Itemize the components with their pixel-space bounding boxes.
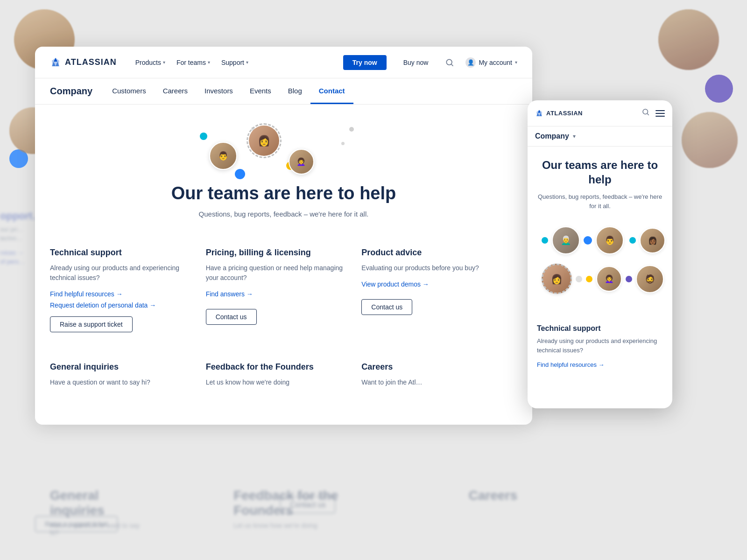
hero-avatar-3: 👩‍🦱 <box>289 149 314 175</box>
mobile-hamburger-icon[interactable] <box>655 110 665 117</box>
mobile-find-helpful-resources-link[interactable]: Find helpful resources → <box>537 361 605 368</box>
bg-circle-purple <box>705 75 733 103</box>
search-icon[interactable] <box>445 58 454 67</box>
mobile-dot-teal-2 <box>629 237 636 244</box>
bg-feedback-desc: Let us know how we're doing <box>233 522 375 529</box>
mobile-company-chevron-icon: ▾ <box>573 133 576 140</box>
for-teams-chevron-icon: ▾ <box>208 60 210 65</box>
find-answers-link[interactable]: Find answers → <box>206 290 347 298</box>
dot-teal <box>200 133 207 140</box>
mobile-avatar-6: 🧔 <box>636 265 664 293</box>
hero-section: 👩 👨 👩‍🦱 Our teams are here to help Quest… <box>35 105 532 233</box>
mobile-dot-yellow <box>586 276 592 282</box>
mobile-dot-blue <box>584 236 592 245</box>
find-helpful-resources-link[interactable]: Find helpful resources → <box>50 290 191 298</box>
subnav-careers[interactable]: Careers <box>155 78 196 104</box>
subnav-investors[interactable]: Investors <box>196 78 241 104</box>
bg-avatar-top-right <box>658 9 719 70</box>
atlassian-logo-icon <box>50 57 61 68</box>
feedback-founders-title: Feedback for the Founders <box>206 362 347 372</box>
navbar: ATLASSIAN Products ▾ For teams ▾ Support… <box>35 47 532 78</box>
bg-support-ticket-btn: Raise a support ticket <box>35 516 118 532</box>
view-product-demos-link[interactable]: View product demos → <box>361 280 506 288</box>
svg-point-0 <box>447 59 452 65</box>
pricing-billing-title: Pricing, billing & licensing <box>206 248 347 258</box>
subnav-contact[interactable]: Contact <box>310 78 353 104</box>
mobile-logo-text: ATLASSIAN <box>546 110 583 117</box>
careers-desc: Want to join the Atl… <box>361 378 506 387</box>
mobile-avatar-1: 👨‍🦳 <box>552 226 580 254</box>
mobile-avatar-5: 👩‍🦱 <box>596 266 622 292</box>
mobile-technical-support-desc: Already using our products and experienc… <box>537 336 663 355</box>
logo-area[interactable]: ATLASSIAN <box>50 57 117 68</box>
mobile-avatar-4: 👩 <box>542 264 572 294</box>
bg-avatar-bottom-right <box>682 112 738 168</box>
pricing-billing-desc: Have a pricing question or need help man… <box>206 263 347 283</box>
mobile-sub-nav: Company ▾ <box>528 126 672 147</box>
nav-for-teams[interactable]: For teams ▾ <box>176 57 210 68</box>
mobile-dot-purple <box>626 276 632 282</box>
try-now-button[interactable]: Try now <box>343 55 387 70</box>
bg-general-title: General inquiries <box>50 488 140 518</box>
hero-avatar-1: 👩 <box>247 123 282 158</box>
my-account-menu[interactable]: 👤 My account ▾ <box>465 57 517 68</box>
careers-section: Careers Want to join the Atl… <box>361 362 517 410</box>
mobile-content: Our teams are here to help Questions, bu… <box>528 147 672 380</box>
pricing-contact-us-button[interactable]: Contact us <box>206 309 257 325</box>
bg-support-ticket: Raise a support ticket <box>35 516 118 532</box>
mobile-technical-support-title: Technical support <box>537 324 663 333</box>
subnav-customers[interactable]: Customers <box>104 78 155 104</box>
feedback-founders-desc: Let us know how we're doing <box>206 378 347 387</box>
mobile-avatars-area: 👨‍🦳 👨 👩🏾 👩 👩‍🦱 <box>537 222 663 315</box>
request-deletion-link[interactable]: Request deletion of personal data → <box>50 301 191 309</box>
dot-gray-2 <box>341 142 345 145</box>
product-contact-us-button[interactable]: Contact us <box>361 299 412 315</box>
pricing-billing-section: Pricing, billing & licensing Have a pric… <box>206 248 362 347</box>
product-advice-title: Product advice <box>361 248 506 258</box>
nav-products[interactable]: Products ▾ <box>135 57 165 68</box>
mobile-avatar-2: 👨 <box>596 226 624 254</box>
products-chevron-icon: ▾ <box>163 60 165 65</box>
general-inquiries-section: General inquiries Have a question or wan… <box>50 362 206 410</box>
support-chevron-icon: ▾ <box>246 60 248 65</box>
logo-text: ATLASSIAN <box>65 57 117 67</box>
account-avatar-icon: 👤 <box>465 57 476 68</box>
mobile-hero-title: Our teams are here to help <box>537 158 663 187</box>
technical-support-desc: Already using our products and experienc… <box>50 263 191 283</box>
company-label: Company <box>50 86 92 97</box>
mobile-search-icon[interactable] <box>641 108 650 119</box>
mobile-hero-subtitle: Questions, bug reports, feedback – we're… <box>537 192 663 210</box>
mobile-dot-teal <box>542 237 548 244</box>
raise-support-ticket-button[interactable]: Raise a support ticket <box>50 316 133 332</box>
sub-navigation: Company Customers Careers Investors Even… <box>35 78 532 105</box>
hero-avatar-2: 👨 <box>209 142 237 170</box>
general-inquiries-desc: Have a question or want to say hi? <box>50 378 191 387</box>
subnav-blog[interactable]: Blog <box>280 78 310 104</box>
dot-blue <box>235 169 245 179</box>
svg-point-1 <box>643 109 648 114</box>
product-advice-desc: Evaluating our products before you buy? <box>361 263 506 273</box>
product-advice-section: Product advice Evaluating our products b… <box>361 248 517 347</box>
bg-contact-us-btn: Contact us <box>280 497 335 513</box>
careers-title: Careers <box>361 362 506 372</box>
mobile-avatar-3: 👩🏾 <box>640 228 665 253</box>
subnav-events[interactable]: Events <box>241 78 280 104</box>
technical-support-section: Technical support Already using our prod… <box>50 248 206 347</box>
hero-subtitle: Questions, bug reports, feedback – we're… <box>199 210 369 218</box>
buy-now-button[interactable]: Buy now <box>398 55 434 70</box>
mobile-dot-gray <box>576 276 582 282</box>
inquiry-sections-grid: General inquiries Have a question or wan… <box>35 347 532 425</box>
feedback-founders-section: Feedback for the Founders Let us know ho… <box>206 362 362 410</box>
mobile-company-label[interactable]: Company <box>535 132 569 140</box>
bg-careers-title: Careers <box>469 488 517 503</box>
general-inquiries-title: General inquiries <box>50 362 191 372</box>
nav-support[interactable]: Support ▾ <box>221 57 248 68</box>
mobile-navbar: ATLASSIAN <box>528 100 672 126</box>
hero-title: Our teams are here to help <box>171 183 396 204</box>
dot-gray-1 <box>349 127 354 132</box>
desktop-card: ATLASSIAN Products ▾ For teams ▾ Support… <box>35 47 532 425</box>
mobile-atlassian-logo-icon <box>535 109 543 118</box>
mobile-logo-area[interactable]: ATLASSIAN <box>535 109 641 118</box>
account-chevron-icon: ▾ <box>515 60 517 65</box>
support-sections-grid: Technical support Already using our prod… <box>35 233 532 347</box>
